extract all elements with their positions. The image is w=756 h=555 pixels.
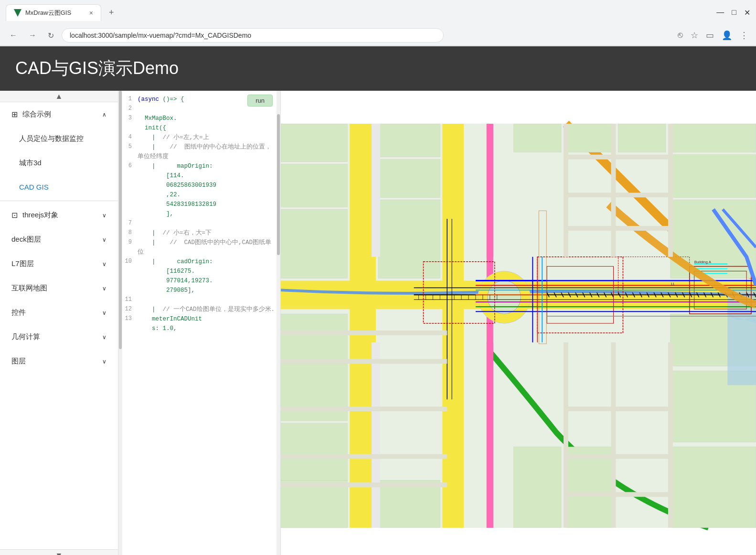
sidebar-item-label: 几何计算: [11, 332, 40, 342]
svg-text:11: 11: [671, 282, 675, 286]
svg-rect-9: [281, 314, 347, 362]
url-input[interactable]: [62, 28, 444, 43]
expand-icon: ∨: [102, 212, 106, 219]
expand-icon: ∨: [102, 261, 106, 267]
run-button[interactable]: run: [247, 95, 273, 107]
svg-rect-6: [281, 124, 347, 162]
sidebar-toggle-icon[interactable]: ▭: [704, 28, 716, 43]
tab-title: MxDraw云图GIS: [25, 9, 71, 17]
sidebar-item-label: threejs对象: [22, 211, 58, 220]
sidebar-scroll-up[interactable]: ▲: [0, 91, 118, 102]
expand-icon: ∧: [102, 111, 106, 118]
code-scrollbar-thumb: [119, 91, 122, 349]
profile-icon[interactable]: 👤: [720, 28, 734, 43]
tab-close-icon[interactable]: ×: [89, 9, 93, 17]
page-title: CAD与GIS演示Demo: [15, 57, 741, 80]
sidebar-item-controls[interactable]: 控件 ∨: [0, 300, 118, 325]
code-scrollbar[interactable]: [118, 91, 122, 555]
sidebar-item-deck[interactable]: deck图层 ∨: [0, 227, 118, 252]
expand-icon: ∨: [102, 310, 106, 316]
sidebar-item-label: 互联网地图: [11, 284, 47, 293]
svg-rect-15: [378, 200, 440, 278]
menu-icon[interactable]: ⋮: [738, 28, 750, 43]
title-bar: MxDraw云图GIS × + — □ ✕: [0, 0, 756, 25]
svg-rect-16: [514, 124, 562, 152]
map-panel[interactable]: Building A 11: [281, 91, 756, 555]
code-line-7: 7: [122, 219, 280, 228]
sidebar-item-geometry[interactable]: 几何计算 ∨: [0, 325, 118, 349]
sidebar-item-layers[interactable]: 图层 ∨: [0, 349, 118, 374]
sidebar-item-threejs[interactable]: ⊡ threejs对象 ∨: [0, 203, 118, 227]
code-line-11: 11: [122, 295, 280, 305]
maximize-button[interactable]: □: [732, 8, 736, 17]
threejs-icon: ⊡: [11, 211, 18, 220]
svg-rect-13: [378, 124, 440, 157]
grid-icon: ⊞: [11, 110, 18, 119]
svg-text:Building A: Building A: [694, 260, 712, 264]
code-line-9: 9 | // CAD图纸中的中心中,CAD图纸单位: [122, 238, 280, 257]
svg-rect-27: [514, 447, 562, 528]
svg-rect-11: [281, 423, 347, 480]
sidebar-item-comprehensive[interactable]: ⊞ 综合示例 ∧: [0, 102, 118, 127]
sidebar-item-internet-map[interactable]: 互联网地图 ∨: [0, 276, 118, 300]
sidebar-item-label: 城市3d: [19, 159, 42, 168]
svg-rect-19: [671, 124, 756, 152]
back-button[interactable]: ←: [6, 29, 21, 42]
content-area: run 1 (async ()=> { 2 3 MxMapBox. init({: [118, 91, 756, 555]
sidebar-item-label: 综合示例: [22, 110, 51, 119]
sidebar-item-label: 控件: [11, 308, 26, 317]
right-scrollbar[interactable]: [277, 91, 280, 555]
right-scrollbar-thumb: [277, 114, 280, 255]
window-controls: — □ ✕: [716, 8, 750, 17]
sidebar-item-cad-gis[interactable]: CAD GIS: [0, 175, 118, 199]
page-header: CAD与GIS演示Demo: [0, 46, 756, 91]
sidebar-item-label: 图层: [11, 357, 26, 366]
browser-tab[interactable]: MxDraw云图GIS ×: [6, 4, 101, 21]
expand-icon: ∨: [102, 285, 106, 292]
refresh-button[interactable]: ↻: [44, 29, 58, 42]
svg-rect-28: [566, 447, 614, 528]
svg-rect-17: [566, 124, 614, 152]
code-line-3: 3 MxMapBox. init({: [122, 114, 280, 133]
svg-rect-24: [671, 447, 756, 528]
svg-rect-20: [671, 155, 756, 198]
code-line-10: 10 | cadOrigin: [116275. 977014,19273. 2…: [122, 257, 280, 295]
address-bar: ← → ↻ ⎋ ☆ ▭ 👤 ⋮: [0, 25, 756, 46]
code-line-12: 12 | // 一个CAD绘图单位，是现实中多少米.: [122, 305, 280, 314]
code-line-5: 5 | // 图纸中的中心在地址上的位置，单位经纬度: [122, 142, 280, 161]
share-icon[interactable]: ⎋: [676, 28, 685, 43]
sidebar-item-label: L7图层: [11, 259, 34, 268]
svg-rect-5: [442, 124, 464, 528]
svg-rect-14: [378, 160, 440, 198]
sidebar-item-label: deck图层: [11, 235, 41, 244]
bookmark-icon[interactable]: ☆: [689, 28, 700, 43]
expand-icon: ∨: [102, 334, 106, 341]
sidebar-item-l7[interactable]: L7图层 ∨: [0, 252, 118, 276]
expand-icon: ∨: [102, 236, 106, 243]
svg-rect-7: [281, 164, 347, 207]
close-button[interactable]: ✕: [744, 8, 750, 17]
code-line-8: 8 | // 小=右，大=下: [122, 228, 280, 238]
new-tab-button[interactable]: +: [105, 4, 118, 21]
sidebar-divider: [0, 201, 118, 201]
sidebar: ▲ ⊞ 综合示例 ∧ 人员定位与数据监控 城市3d CAD GIS ⊡ thre…: [0, 91, 118, 555]
svg-rect-8: [281, 209, 347, 278]
tab-favicon: [14, 9, 21, 17]
map-display: Building A 11: [281, 91, 756, 555]
browser-toolbar: ⎋ ☆ ▭ 👤 ⋮: [676, 28, 750, 43]
forward-button[interactable]: →: [25, 29, 40, 42]
sidebar-item-city3d[interactable]: 城市3d: [0, 151, 118, 175]
code-panel: run 1 (async ()=> { 2 3 MxMapBox. init({: [118, 91, 281, 555]
sidebar-scroll-down[interactable]: ▼: [0, 549, 118, 555]
code-scroll-area[interactable]: 1 (async ()=> { 2 3 MxMapBox. init({ 4 |…: [122, 91, 280, 555]
minimize-button[interactable]: —: [716, 8, 724, 17]
sidebar-item-label: CAD GIS: [19, 183, 49, 191]
expand-icon: ∨: [102, 358, 106, 365]
browser-chrome: MxDraw云图GIS × + — □ ✕ ← → ↻ ⎋ ☆ ▭ 👤 ⋮: [0, 0, 756, 46]
sidebar-item-person-monitor[interactable]: 人员定位与数据监控: [0, 127, 118, 151]
svg-rect-18: [618, 124, 666, 152]
code-line-13: 13 meterInCADUnit s: 1.0,: [122, 314, 280, 333]
svg-rect-10: [281, 364, 347, 421]
main-content: ▲ ⊞ 综合示例 ∧ 人员定位与数据监控 城市3d CAD GIS ⊡ thre…: [0, 91, 756, 555]
code-line-4: 4 | // 小=左,大=上: [122, 133, 280, 142]
